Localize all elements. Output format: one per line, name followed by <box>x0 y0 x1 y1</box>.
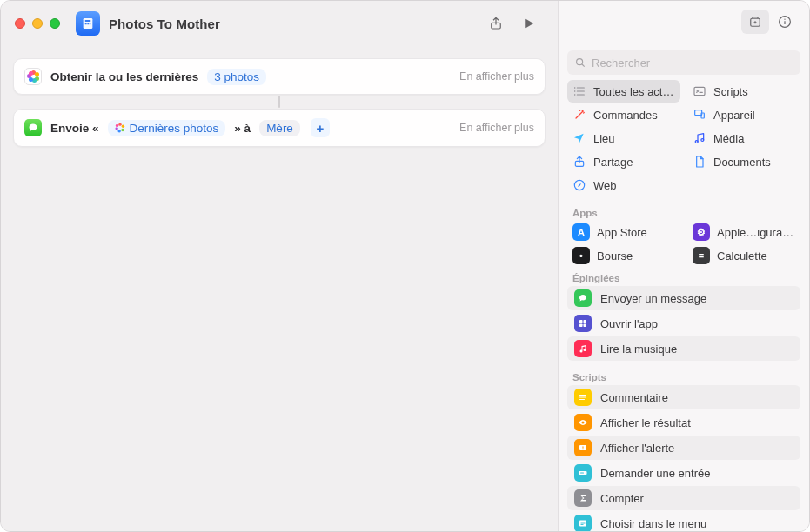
action-prefix: Obtenir la ou les dernières <box>50 70 198 83</box>
show-more-toggle[interactable]: En afficher plus <box>459 70 534 83</box>
content-variable-pill[interactable]: Dernières photos <box>108 120 226 136</box>
safari-icon <box>572 178 586 192</box>
svg-rect-28 <box>579 324 583 328</box>
category-web[interactable]: Web <box>567 174 680 196</box>
svg-point-6 <box>118 123 121 125</box>
pinned-envoyer-un-message[interactable]: Envoyer un message <box>567 286 800 310</box>
share-button[interactable] <box>481 11 511 36</box>
category-label: Toutes les acti… <box>593 85 675 98</box>
script-label: Choisir dans le menu <box>600 517 706 530</box>
category-toutes-les-acti-[interactable]: Toutes les acti… <box>567 80 680 103</box>
svg-point-14 <box>784 19 785 20</box>
run-button[interactable] <box>514 11 544 36</box>
action-get-latest-photos[interactable]: Obtenir la ou les dernières 3 photos En … <box>13 58 546 95</box>
action-send-prefix: Envoie « <box>50 122 99 135</box>
arrow-icon <box>572 131 586 145</box>
app-label: App Store <box>597 226 647 239</box>
apps-section-header: Apps <box>567 205 800 221</box>
category-label: Commandes <box>593 109 675 122</box>
script-commentaire[interactable]: Commentaire <box>567 385 800 409</box>
svg-rect-27 <box>584 320 587 323</box>
show-more-toggle[interactable]: En afficher plus <box>459 122 534 134</box>
svg-rect-21 <box>701 113 704 118</box>
category-scripts[interactable]: Scripts <box>687 80 800 103</box>
zoom-window-button[interactable] <box>50 18 60 29</box>
photo-count-parameter[interactable]: 3 photos <box>207 69 266 85</box>
workflow-editor[interactable]: Obtenir la ou les dernières 3 photos En … <box>1 46 558 159</box>
action-send-message[interactable]: Envoie « Dernières photos » à Mère + En … <box>13 109 546 147</box>
recipient-parameter[interactable]: Mère <box>259 120 300 136</box>
script-label: Demander une entrée <box>600 467 710 480</box>
script-afficher-l-alerte[interactable]: Afficher l'alerte <box>567 436 800 460</box>
pinned-lire-la-musique[interactable]: Lire la musique <box>567 336 800 361</box>
category-appareil[interactable]: Appareil <box>687 103 800 126</box>
app-label: Calculette <box>717 249 767 263</box>
svg-point-16 <box>574 88 576 90</box>
script-compter[interactable]: Compter <box>567 486 800 510</box>
pinned-label: Ouvrir l'app <box>600 317 658 330</box>
search-icon <box>574 57 586 69</box>
svg-point-9 <box>117 130 120 132</box>
app-apple-igurator[interactable]: ⚙Apple…igurator <box>687 221 800 243</box>
svg-point-11 <box>115 124 117 127</box>
action-connector <box>278 96 280 108</box>
add-recipient-button[interactable]: + <box>311 118 330 137</box>
script-label: Afficher le résultat <box>600 416 691 429</box>
script-afficher-le-r-sultat[interactable]: Afficher le résultat <box>567 410 800 435</box>
app-icon: = <box>693 247 710 264</box>
script-label: Compter <box>600 492 644 505</box>
scripts-list: CommentaireAfficher le résultatAfficher … <box>567 385 800 531</box>
input-icon <box>574 464 592 482</box>
music-icon <box>574 340 592 357</box>
svg-rect-26 <box>579 320 583 323</box>
svg-point-18 <box>574 95 576 96</box>
terminal-icon <box>693 84 706 98</box>
category-documents[interactable]: Documents <box>687 150 800 173</box>
content-variable-label: Dernières photos <box>130 122 219 135</box>
shortcut-icon <box>76 11 100 36</box>
grid-icon <box>574 315 592 332</box>
category-lieu[interactable]: Lieu <box>567 127 680 150</box>
svg-rect-2 <box>85 23 87 24</box>
script-choisir-dans-le-menu[interactable]: Choisir dans le menu <box>567 511 800 531</box>
pinned-label: Lire la musique <box>600 342 677 356</box>
category-label: Documents <box>713 156 795 169</box>
svg-point-32 <box>582 449 583 450</box>
svg-point-17 <box>574 91 576 93</box>
pinned-ouvrir-l-app[interactable]: Ouvrir l'app <box>567 311 800 336</box>
library-tab-button[interactable] <box>741 10 769 34</box>
app-label: Bourse <box>597 249 633 263</box>
svg-rect-4 <box>90 23 91 24</box>
shortcut-title: Photos To Mother <box>109 17 220 31</box>
app-icon: • <box>572 247 590 264</box>
category-m-dia[interactable]: Média <box>687 127 800 150</box>
action-send-mid: » à <box>234 122 251 135</box>
photos-app-icon <box>24 68 42 85</box>
category-commandes[interactable]: Commandes <box>567 103 680 126</box>
category-label: Scripts <box>713 85 795 98</box>
svg-point-8 <box>121 129 124 131</box>
info-tab-button[interactable] <box>771 10 799 34</box>
svg-point-7 <box>121 125 124 128</box>
svg-point-23 <box>701 139 704 142</box>
window-controls <box>15 18 60 29</box>
photos-mini-icon <box>115 123 125 133</box>
list-icon <box>572 84 586 98</box>
app-window: Photos To Mother <box>0 0 810 532</box>
minimize-window-button[interactable] <box>32 18 43 29</box>
script-demander-une-entr-e[interactable]: Demander une entrée <box>567 461 800 485</box>
alert-icon <box>574 439 592 456</box>
eye-icon <box>574 414 592 431</box>
share-icon <box>572 155 586 169</box>
app-label: Apple…igurator <box>717 226 795 239</box>
category-partage[interactable]: Partage <box>567 150 680 173</box>
close-window-button[interactable] <box>15 18 25 29</box>
app-calculette[interactable]: =Calculette <box>687 244 800 267</box>
pinned-label: Envoyer un message <box>600 292 706 305</box>
search-field[interactable] <box>567 50 800 75</box>
app-bourse[interactable]: •Bourse <box>567 244 680 267</box>
sigma-icon <box>574 489 592 507</box>
app-app-store[interactable]: AApp Store <box>567 221 680 243</box>
search-input[interactable] <box>592 57 793 70</box>
svg-point-22 <box>695 141 698 143</box>
